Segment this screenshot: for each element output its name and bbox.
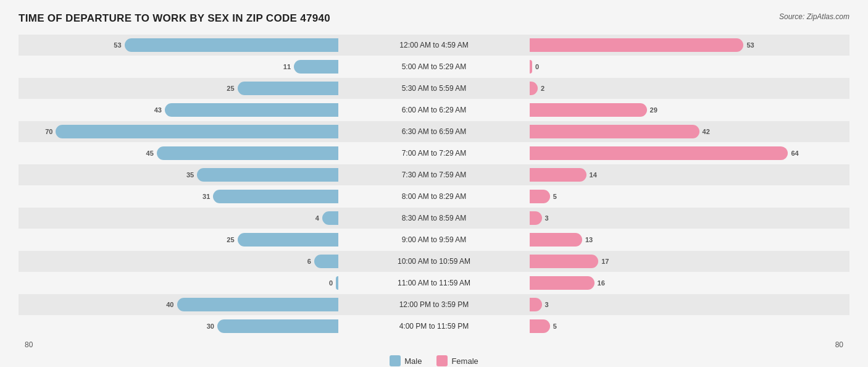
female-value: 13 [585,236,593,243]
male-value: 45 [146,150,154,157]
female-bar [530,319,550,333]
chart-rows: 535312:00 AM to 4:59 AM1105:00 AM to 5:2… [19,35,849,337]
female-bar [530,190,550,203]
female-side: 5 [434,316,849,337]
male-value: 40 [166,301,173,308]
female-bar [530,298,542,311]
male-value: 31 [202,193,210,200]
male-side: 4 [19,208,434,229]
male-swatch [390,355,401,366]
female-value: 16 [598,279,605,287]
female-bar [530,276,595,290]
bar-row: 43296:00 AM to 6:29 AM [19,99,849,120]
male-value: 6 [307,258,311,265]
female-side: 3 [434,294,849,315]
female-bar [530,103,647,117]
female-side: 53 [434,35,849,56]
legend-male-label: Male [404,356,422,366]
female-value: 3 [545,301,549,308]
bar-row: 70426:30 AM to 6:59 AM [19,121,849,142]
bar-row: 01611:00 AM to 11:59 AM [19,272,849,293]
female-bar [530,38,743,52]
male-value: 25 [227,236,234,243]
male-bar [294,60,338,74]
bar-row: 3054:00 PM to 11:59 PM [19,316,849,337]
female-side: 13 [434,229,849,250]
bar-row: 45647:00 AM to 7:29 AM [19,143,849,164]
male-bar [314,255,338,268]
female-bar [530,125,699,138]
bar-row: 535312:00 AM to 4:59 AM [19,35,849,56]
female-swatch [436,355,448,366]
male-bar [238,233,338,247]
female-side: 17 [434,251,849,272]
axis-left-value: 80 [25,340,33,349]
female-value: 42 [703,128,710,135]
bar-row: 2525:30 AM to 5:59 AM [19,78,849,99]
female-side: 16 [434,272,849,293]
legend-female-label: Female [451,356,478,366]
chart-source: Source: ZipAtlas.com [779,12,849,21]
female-value: 29 [650,106,657,114]
female-value: 17 [601,258,609,265]
male-bar [157,146,338,160]
bar-row: 25139:00 AM to 9:59 AM [19,229,849,250]
male-value: 70 [45,128,52,135]
bar-row: 61710:00 AM to 10:59 AM [19,251,849,272]
male-bar [197,168,338,182]
female-value: 0 [535,63,539,70]
female-bar [530,211,542,225]
male-bar [217,319,338,333]
female-side: 2 [434,78,849,99]
female-side: 64 [434,143,849,164]
bar-row: 40312:00 PM to 3:59 PM [19,294,849,315]
chart-title: TIME OF DEPARTURE TO WORK BY SEX IN ZIP … [19,12,330,25]
female-bar [530,233,582,247]
male-bar [336,276,338,290]
female-bar [530,146,788,160]
female-value: 53 [746,41,754,49]
female-value: 14 [590,171,597,179]
female-value: 2 [541,85,545,92]
male-side: 30 [19,316,434,337]
legend: Male Female [19,355,849,366]
female-value: 5 [553,323,557,330]
male-bar [56,125,338,138]
male-side: 25 [19,229,434,250]
chart-header: TIME OF DEPARTURE TO WORK BY SEX IN ZIP … [19,12,849,25]
female-bar [530,82,538,95]
female-bar [530,255,598,268]
male-value: 25 [227,85,234,92]
male-value: 53 [114,41,121,49]
bar-row: 3158:00 AM to 8:29 AM [19,186,849,207]
chart-container: TIME OF DEPARTURE TO WORK BY SEX IN ZIP … [0,0,868,367]
male-value: 43 [154,106,162,114]
female-side: 0 [434,56,849,77]
female-side: 42 [434,121,849,142]
male-side: 40 [19,294,434,315]
male-side: 43 [19,99,434,120]
male-side: 11 [19,56,434,77]
male-value: 0 [329,279,333,287]
female-value: 3 [545,214,549,222]
axis-row: 80 80 [19,340,849,349]
female-side: 29 [434,99,849,120]
bar-row: 1105:00 AM to 5:29 AM [19,56,849,77]
male-bar [322,211,338,225]
female-bar [530,60,532,74]
male-side: 31 [19,186,434,207]
male-bar [165,103,338,117]
axis-right-value: 80 [835,340,843,349]
male-side: 35 [19,164,434,185]
male-bar [213,190,338,203]
male-side: 0 [19,272,434,293]
male-side: 45 [19,143,434,164]
legend-male: Male [390,355,422,366]
bar-row: 438:30 AM to 8:59 AM [19,208,849,229]
male-bar [238,82,338,95]
male-value: 4 [315,214,319,222]
male-side: 25 [19,78,434,99]
female-side: 5 [434,186,849,207]
female-side: 14 [434,164,849,185]
male-value: 30 [207,323,214,330]
